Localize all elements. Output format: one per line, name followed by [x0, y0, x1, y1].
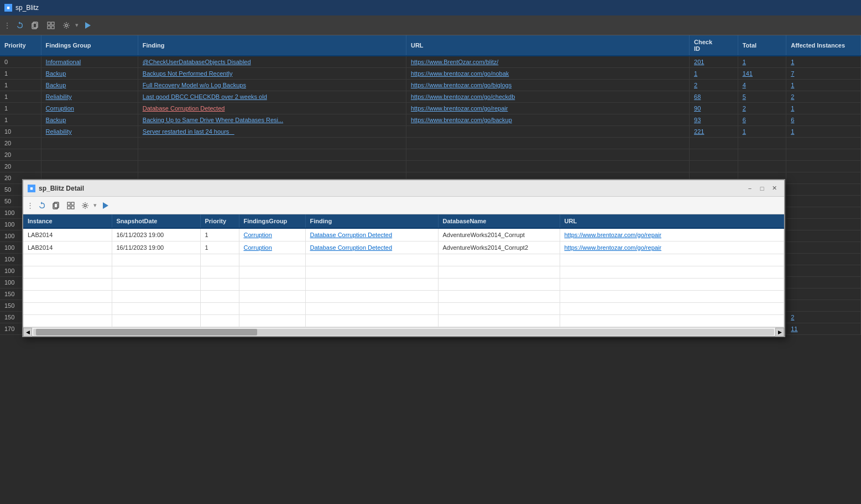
minimize-button[interactable]: −: [744, 183, 755, 194]
svg-rect-4: [48, 26, 50, 29]
cell-affected-instances: 6: [786, 114, 861, 126]
svg-marker-7: [85, 22, 91, 29]
cell-finding[interactable]: Full Recovery Model w/o Log Backups: [138, 80, 406, 91]
col-header-priority: Priority: [0, 35, 41, 56]
scroll-right-button[interactable]: ▶: [775, 328, 784, 337]
detail-run-button[interactable]: [99, 200, 111, 212]
detail-scrollbar[interactable]: ◀ ▶: [23, 327, 784, 336]
cell-check-id: 201: [690, 56, 738, 68]
copy-button[interactable]: [29, 19, 42, 32]
svg-rect-12: [67, 206, 70, 209]
cell-findings-group[interactable]: Corruption: [41, 103, 138, 114]
cell-finding: [138, 138, 406, 149]
detail-empty-row: [23, 254, 784, 266]
cell-findings-group[interactable]: Informational: [41, 56, 138, 68]
scrollbar-track[interactable]: [33, 329, 774, 335]
detail-grid-button[interactable]: [65, 200, 77, 212]
cell-findings-group[interactable]: Reliability: [41, 126, 138, 138]
cell-affected-instances: [786, 207, 861, 219]
settings-arrow[interactable]: ▾: [75, 22, 79, 29]
cell-affected-instances: [786, 138, 861, 149]
cell-findings-group[interactable]: Reliability: [41, 91, 138, 103]
cell-finding[interactable]: Backups Not Performed Recently: [138, 68, 406, 80]
scrollbar-thumb[interactable]: [36, 329, 257, 335]
detail-settings-arrow[interactable]: ▾: [93, 202, 97, 209]
cell-affected-instances: [786, 184, 861, 196]
cell-total: 4: [738, 80, 786, 91]
dcol-header-findingsgroup: FindingsGroup: [239, 214, 305, 228]
svg-rect-3: [51, 22, 54, 25]
cell-finding[interactable]: Backing Up to Same Drive Where Databases…: [138, 114, 406, 126]
detail-cell-finding[interactable]: Database Corruption Detected: [305, 228, 438, 242]
close-button[interactable]: ✕: [769, 183, 780, 194]
cell-affected-instances: [786, 149, 861, 161]
detail-cell-url[interactable]: https://www.brentozar.com/go/repair: [560, 228, 784, 242]
detail-cell-instance: LAB2014: [23, 228, 112, 242]
cell-url[interactable]: https://www.brentozar.com/go/backup: [406, 114, 689, 126]
detail-empty-row: [23, 315, 784, 327]
cell-finding[interactable]: @CheckUserDatabaseObjects Disabled: [138, 56, 406, 68]
cell-check-id: 1: [690, 68, 738, 80]
detail-cell-findingsgroup[interactable]: Corruption: [239, 242, 305, 254]
detail-settings-button[interactable]: [79, 200, 91, 212]
cell-findings-group[interactable]: Backup: [41, 114, 138, 126]
detail-refresh-button[interactable]: [36, 200, 48, 212]
cell-priority: 1: [0, 68, 41, 80]
cell-url[interactable]: https://www.BrentOzar.com/blitz/: [406, 56, 689, 68]
table-row: 1BackupBacking Up to Same Drive Where Da…: [0, 114, 861, 126]
refresh-button[interactable]: [13, 19, 27, 32]
table-row: 20: [0, 161, 861, 172]
cell-finding: [138, 161, 406, 172]
detail-empty-row: [23, 303, 784, 315]
cell-url: [406, 126, 689, 138]
cell-url[interactable]: https://www.brentozar.com/go/nobak: [406, 68, 689, 80]
cell-url[interactable]: https://www.brentozar.com/go/biglogs: [406, 80, 689, 91]
cell-findings-group[interactable]: Backup: [41, 68, 138, 80]
scroll-left-button[interactable]: ◀: [23, 328, 32, 337]
cell-finding[interactable]: Database Corruption Detected: [138, 103, 406, 114]
cell-url[interactable]: https://www.brentozar.com/go/repair: [406, 103, 689, 114]
cell-affected-instances: 1: [786, 56, 861, 68]
cell-affected-instances: [786, 300, 861, 312]
cell-affected-instances: [786, 219, 861, 230]
svg-point-6: [65, 24, 67, 27]
cell-affected-instances: [786, 242, 861, 254]
detail-window-title: sp_Blitz Detail: [39, 185, 84, 192]
detail-cell-findingsgroup[interactable]: Corruption: [239, 228, 305, 242]
detail-cell-url[interactable]: https://www.brentozar.com/go/repair: [560, 242, 784, 254]
detail-title-bar: ■ sp_Blitz Detail − □ ✕: [23, 180, 784, 197]
cell-affected-instances: [786, 196, 861, 207]
cell-url: [406, 149, 689, 161]
detail-copy-button[interactable]: [50, 200, 62, 212]
cell-url[interactable]: https://www.brentozar.com/go/checkdb: [406, 91, 689, 103]
dcol-header-url: URL: [560, 214, 784, 228]
detail-cell-finding[interactable]: Database Corruption Detected: [305, 242, 438, 254]
svg-rect-2: [48, 22, 50, 25]
toolbar-drag-handle: ⋮: [3, 21, 11, 30]
cell-finding[interactable]: Last good DBCC CHECKDB over 2 weeks old: [138, 91, 406, 103]
cell-check-id: [690, 161, 738, 172]
cell-affected-instances: 1: [786, 103, 861, 114]
run-button[interactable]: [81, 19, 94, 32]
cell-priority: 1: [0, 103, 41, 114]
svg-rect-11: [71, 202, 74, 205]
grid-button[interactable]: [44, 19, 58, 32]
settings-button[interactable]: [60, 19, 73, 32]
cell-priority: 20: [0, 161, 41, 172]
cell-affected-instances: 7: [786, 68, 861, 80]
detail-toolbar: ⋮ ▾: [23, 197, 784, 214]
cell-finding: [138, 149, 406, 161]
cell-affected-instances: [786, 265, 861, 277]
table-row: 20: [0, 149, 861, 161]
cell-affected-instances: 1: [786, 80, 861, 91]
detail-cell-snapshot: 16/11/2023 19:00: [112, 242, 200, 254]
maximize-button[interactable]: □: [756, 183, 768, 194]
cell-total: 6: [738, 114, 786, 126]
col-header-finding: Finding: [138, 35, 406, 56]
detail-cell-priority: 1: [200, 242, 239, 254]
detail-empty-row: [23, 279, 784, 291]
cell-affected-instances: 11: [786, 323, 861, 335]
cell-finding[interactable]: Server restarted in last 24 hours _: [138, 126, 406, 138]
detail-cell-dbname: AdventureWorks2014_Corrupt: [438, 228, 560, 242]
cell-findings-group[interactable]: Backup: [41, 80, 138, 91]
